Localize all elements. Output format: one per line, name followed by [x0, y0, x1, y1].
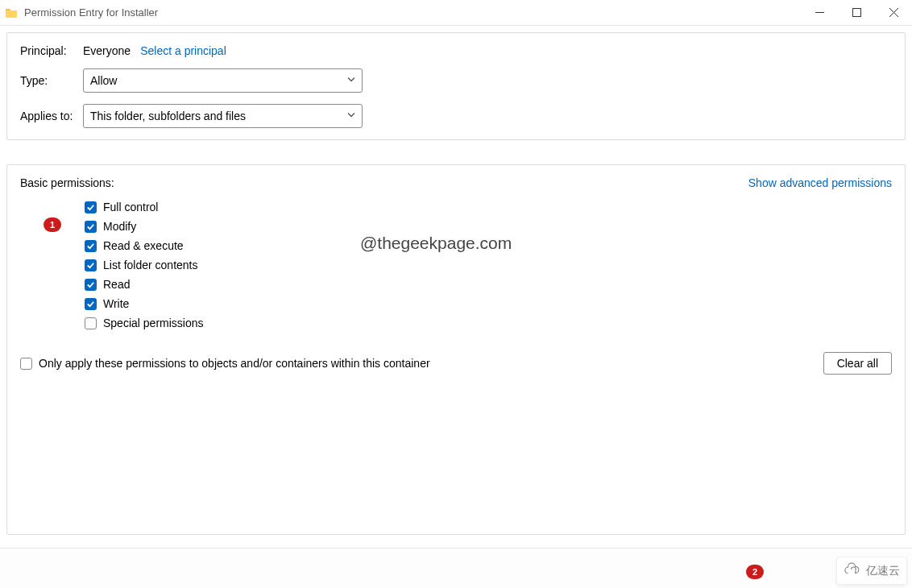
folder-icon	[5, 6, 18, 19]
permission-label: Read & execute	[103, 239, 184, 252]
applies-dropdown[interactable]: This folder, subfolders and files	[83, 104, 363, 128]
permission-item[interactable]: List folder contents	[85, 259, 892, 271]
applies-dropdown-value: This folder, subfolders and files	[90, 110, 246, 122]
permission-item[interactable]: Special permissions	[85, 317, 892, 329]
minimize-button[interactable]	[801, 0, 838, 26]
permission-label: Special permissions	[103, 317, 204, 329]
permission-checkbox[interactable]	[85, 240, 97, 252]
permission-label: Read	[103, 278, 130, 291]
close-button[interactable]	[875, 0, 912, 26]
brand-text: 亿速云	[866, 564, 900, 578]
type-dropdown-value: Allow	[90, 74, 117, 87]
permission-checkbox[interactable]	[85, 201, 97, 213]
permission-item[interactable]: Read	[85, 278, 892, 291]
permission-label: Full control	[103, 201, 158, 213]
annotation-badge-1: 1	[44, 217, 61, 232]
permission-item[interactable]: Full control	[85, 201, 892, 213]
type-dropdown[interactable]: Allow	[83, 68, 363, 93]
permission-checkbox[interactable]	[85, 298, 97, 310]
basic-permissions-label: Basic permissions:	[20, 176, 114, 189]
permission-item[interactable]: Read & execute	[85, 239, 892, 252]
permission-item[interactable]: Modify	[85, 220, 892, 233]
type-label: Type:	[20, 74, 83, 87]
titlebar: Permission Entry for Installer	[0, 0, 912, 26]
only-apply-row[interactable]: Only apply these permissions to objects …	[20, 357, 430, 370]
window-title: Permission Entry for Installer	[24, 6, 801, 19]
principal-label: Principal:	[20, 44, 83, 57]
permission-label: Write	[103, 297, 129, 310]
footer: OK	[0, 548, 912, 588]
chevron-down-icon	[346, 110, 357, 123]
show-advanced-link[interactable]: Show advanced permissions	[748, 176, 892, 189]
cloud-icon	[844, 562, 861, 579]
permission-label: Modify	[103, 220, 136, 233]
only-apply-checkbox[interactable]	[20, 358, 32, 370]
annotation-badge-2: 2	[746, 565, 764, 579]
maximize-button[interactable]	[838, 0, 875, 26]
permission-item[interactable]: Write	[85, 297, 892, 310]
only-apply-label: Only apply these permissions to objects …	[39, 357, 430, 370]
permission-checkbox[interactable]	[85, 279, 97, 291]
principal-panel: Principal: Everyone Select a principal T…	[6, 32, 906, 140]
clear-all-button[interactable]: Clear all	[823, 352, 892, 375]
applies-label: Applies to:	[20, 110, 83, 122]
permission-label: List folder contents	[103, 259, 198, 271]
select-principal-link[interactable]: Select a principal	[140, 44, 226, 57]
principal-value: Everyone	[83, 44, 131, 57]
permission-checkbox[interactable]	[85, 317, 97, 329]
chevron-down-icon	[346, 74, 357, 88]
brand-watermark: 亿速云	[836, 557, 907, 585]
permission-checkbox[interactable]	[85, 259, 97, 271]
permissions-panel: Basic permissions: Show advanced permiss…	[6, 164, 906, 535]
permission-checkbox[interactable]	[85, 221, 97, 233]
content-area: Principal: Everyone Select a principal T…	[0, 26, 912, 535]
svg-rect-1	[852, 9, 860, 17]
permissions-list: Full controlModifyRead & executeList fol…	[20, 201, 892, 329]
